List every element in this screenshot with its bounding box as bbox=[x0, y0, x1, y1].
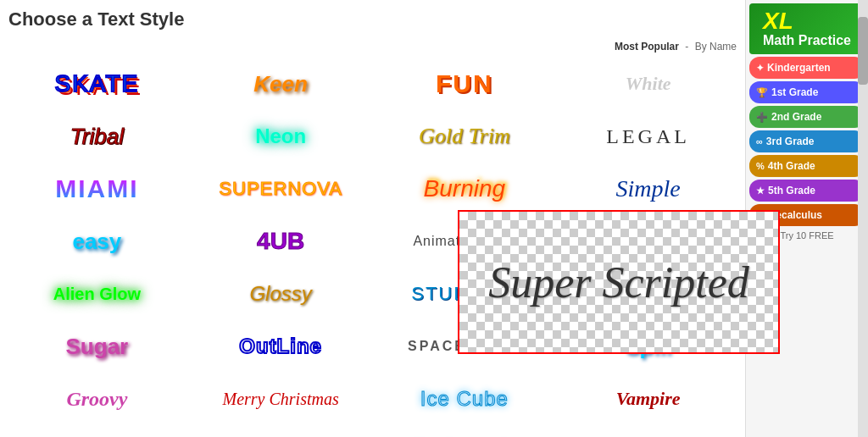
style-miami[interactable]: MIAMI bbox=[8, 164, 186, 213]
third-label: 3rd Grade bbox=[766, 136, 815, 147]
sort-bar: Most Popular - By Name bbox=[8, 41, 737, 53]
fifth-label: 5th Grade bbox=[768, 185, 815, 196]
style-burning[interactable]: Burning bbox=[376, 164, 554, 213]
grade-fourth[interactable]: % 4th Grade bbox=[749, 155, 865, 177]
style-skate[interactable]: SKATE bbox=[8, 59, 186, 108]
style-gold-trim[interactable]: Gold Trim bbox=[376, 112, 554, 161]
sort-by-name[interactable]: By Name bbox=[695, 41, 737, 53]
style-dark-magic[interactable]: Dark Magic bbox=[376, 427, 554, 437]
second-label: 2nd Grade bbox=[771, 111, 821, 123]
style-ice-cube[interactable]: Ice Cube bbox=[376, 374, 554, 423]
fourth-label: 4th Grade bbox=[768, 160, 815, 172]
third-icon: ∞ bbox=[756, 136, 763, 147]
style-vampire[interactable]: Vampire bbox=[559, 374, 737, 423]
first-icon: 🏆 bbox=[756, 87, 768, 98]
page-title: Choose a Text Style bbox=[8, 8, 737, 30]
kindergarten-icon: ✦ bbox=[756, 63, 764, 74]
style-outline[interactable]: OutLine bbox=[192, 322, 370, 371]
style-legal[interactable]: LEGAL bbox=[559, 112, 737, 161]
preview-text: Super Scripted bbox=[488, 257, 749, 307]
style-alien-glow[interactable]: Alien Glow bbox=[8, 269, 186, 318]
style-sugar[interactable]: Sugar bbox=[8, 322, 186, 371]
kindergarten-label: Kindergarten bbox=[767, 62, 831, 74]
style-merry-christmas[interactable]: Merry Christmas bbox=[192, 374, 370, 423]
style-caster[interactable]: CASTER bbox=[8, 427, 186, 437]
style-fun[interactable]: FUN bbox=[376, 59, 554, 108]
style-gunmetal[interactable]: GUNMETAL bbox=[192, 427, 370, 437]
first-label: 1st Grade bbox=[771, 86, 818, 98]
style-glossy[interactable]: Glossy bbox=[192, 269, 370, 318]
scrollbar-thumb[interactable] bbox=[858, 17, 868, 85]
grade-second[interactable]: ➕ 2nd Grade bbox=[749, 106, 865, 128]
style-hot-pink[interactable]: HOT PINK bbox=[559, 427, 737, 437]
grade-third[interactable]: ∞ 3rd Grade bbox=[749, 130, 865, 152]
second-icon: ➕ bbox=[756, 112, 768, 123]
preview-popup: Super Scripted bbox=[458, 210, 780, 354]
fourth-icon: % bbox=[756, 161, 765, 171]
style-white[interactable]: White bbox=[559, 59, 737, 108]
grade-kindergarten[interactable]: ✦ Kindergarten bbox=[749, 57, 865, 79]
sidebar-ad[interactable]: XL Math Practice bbox=[749, 3, 865, 54]
style-4ub[interactable]: 4UB bbox=[192, 217, 370, 266]
grade-fifth[interactable]: ★ 5th Grade bbox=[749, 180, 865, 202]
style-supernova[interactable]: SUPERNOVA bbox=[192, 164, 370, 213]
style-groovy[interactable]: Groovy bbox=[8, 374, 186, 423]
math-practice-title: Math Practice bbox=[763, 33, 851, 48]
preview-popup-inner: Super Scripted bbox=[459, 212, 778, 352]
style-simple[interactable]: Simple bbox=[559, 164, 737, 213]
style-easy[interactable]: easy bbox=[8, 217, 186, 266]
math-symbol: XL bbox=[763, 9, 793, 33]
scrollbar-track[interactable] bbox=[858, 0, 868, 437]
grade-first[interactable]: 🏆 1st Grade bbox=[749, 81, 865, 103]
style-tribal[interactable]: Tribal bbox=[8, 112, 186, 161]
sort-separator: - bbox=[685, 41, 688, 53]
fifth-icon: ★ bbox=[756, 185, 765, 196]
sort-popular[interactable]: Most Popular bbox=[615, 41, 679, 53]
style-neon[interactable]: Neon bbox=[192, 112, 370, 161]
style-keen[interactable]: Keen bbox=[192, 59, 370, 108]
